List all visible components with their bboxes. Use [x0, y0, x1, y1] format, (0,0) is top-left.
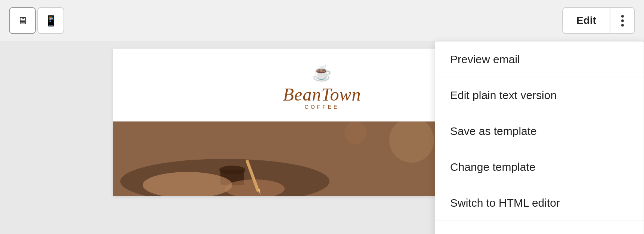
- dropdown-menu: Preview email Edit plain text version Sa…: [435, 41, 644, 234]
- toolbar: 🖥 📱 Edit: [0, 0, 644, 41]
- brand-name: BeanTown: [283, 84, 361, 105]
- edit-button[interactable]: Edit: [562, 7, 610, 34]
- switch-html-editor-label: Switch to HTML editor: [450, 197, 560, 209]
- save-as-template-item[interactable]: Save as template: [435, 113, 644, 149]
- mobile-icon: 📱: [44, 15, 58, 27]
- switch-html-editor-item[interactable]: Switch to HTML editor: [435, 185, 644, 221]
- switch-text-only-label: Switch to text only editor: [450, 233, 572, 234]
- monitor-icon: 🖥: [17, 15, 28, 27]
- svg-point-8: [344, 121, 367, 144]
- three-dots-icon: [621, 15, 624, 27]
- change-template-label: Change template: [450, 161, 536, 173]
- preview-email-item[interactable]: Preview email: [435, 41, 644, 77]
- desktop-view-button[interactable]: 🖥: [9, 7, 36, 34]
- toolbar-right: Edit: [562, 7, 635, 34]
- preview-email-label: Preview email: [450, 53, 520, 66]
- switch-text-only-item[interactable]: Switch to text only editor: [435, 221, 644, 234]
- coffee-cup-icon: ☕: [312, 64, 332, 82]
- more-options-button[interactable]: [610, 7, 635, 34]
- edit-plain-text-item[interactable]: Edit plain text version: [435, 77, 644, 113]
- view-toggle: 🖥 📱: [9, 7, 64, 34]
- change-template-item[interactable]: Change template: [435, 149, 644, 185]
- save-as-template-label: Save as template: [450, 125, 537, 138]
- brand-subtitle: COFFEE: [305, 104, 340, 110]
- mobile-view-button[interactable]: 📱: [37, 7, 64, 34]
- edit-plain-text-label: Edit plain text version: [450, 89, 557, 102]
